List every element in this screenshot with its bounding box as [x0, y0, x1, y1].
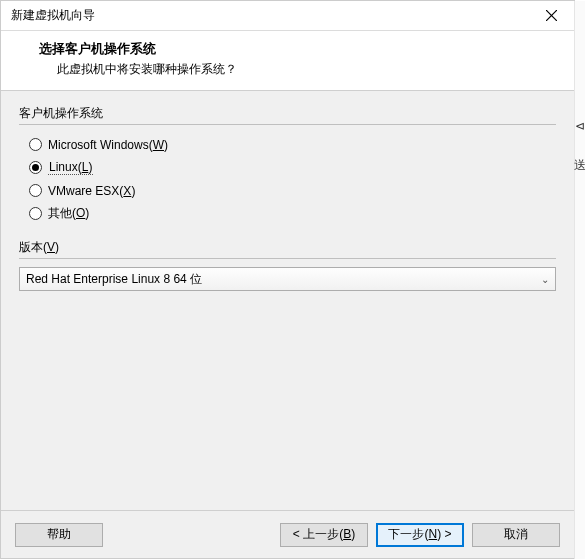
chevron-down-icon: ⌄	[541, 274, 549, 285]
version-select[interactable]: Red Hat Enterprise Linux 8 64 位 ⌄	[19, 267, 556, 291]
radio-label: 其他(O)	[48, 205, 89, 222]
radio-label: Linux(L)	[48, 161, 93, 175]
wizard-content: 客户机操作系统 Microsoft Windows(W) Linux(L)	[1, 91, 574, 510]
version-label: 版本(V)	[19, 239, 556, 256]
radio-icon	[29, 161, 42, 174]
divider	[19, 258, 556, 259]
back-button[interactable]: < 上一步(B)	[280, 523, 368, 547]
radio-label: Microsoft Windows(W)	[48, 138, 168, 152]
os-radio-list: Microsoft Windows(W) Linux(L) VMware ESX…	[19, 133, 556, 225]
next-button[interactable]: 下一步(N) >	[376, 523, 464, 547]
version-group: 版本(V) Red Hat Enterprise Linux 8 64 位 ⌄	[19, 239, 556, 291]
wizard-footer: 帮助 < 上一步(B) 下一步(N) > 取消	[1, 510, 574, 558]
radio-windows[interactable]: Microsoft Windows(W)	[29, 133, 556, 156]
radio-icon	[29, 138, 42, 151]
page-title: 选择客户机操作系统	[21, 41, 554, 58]
version-selected-value: Red Hat Enterprise Linux 8 64 位	[26, 271, 202, 288]
help-button[interactable]: 帮助	[15, 523, 103, 547]
titlebar: 新建虚拟机向导	[1, 1, 574, 31]
radio-other[interactable]: 其他(O)	[29, 202, 556, 225]
side-mark-text: 送	[576, 157, 584, 174]
window-title: 新建虚拟机向导	[11, 7, 529, 24]
wizard-dialog: 新建虚拟机向导 选择客户机操作系统 此虚拟机中将安装哪种操作系统？ 客户机操作系…	[0, 0, 575, 559]
page-subtitle: 此虚拟机中将安装哪种操作系统？	[21, 61, 554, 78]
radio-icon	[29, 184, 42, 197]
radio-label: VMware ESX(X)	[48, 184, 135, 198]
os-group: 客户机操作系统 Microsoft Windows(W) Linux(L)	[19, 105, 556, 225]
close-button[interactable]	[529, 1, 574, 31]
close-icon	[546, 10, 557, 21]
cancel-button[interactable]: 取消	[472, 523, 560, 547]
side-mark-icon: ⊲	[576, 119, 584, 133]
os-group-label: 客户机操作系统	[19, 105, 556, 122]
wizard-header: 选择客户机操作系统 此虚拟机中将安装哪种操作系统？	[1, 31, 574, 91]
divider	[19, 124, 556, 125]
radio-icon	[29, 207, 42, 220]
side-strip: ⊲ 送	[574, 1, 585, 559]
radio-vmware-esx[interactable]: VMware ESX(X)	[29, 179, 556, 202]
radio-linux[interactable]: Linux(L)	[29, 156, 556, 179]
